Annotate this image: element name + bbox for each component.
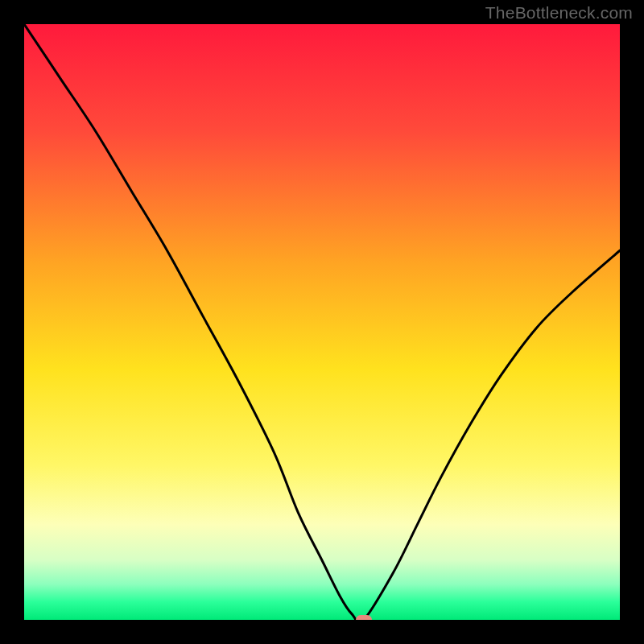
optimal-point-marker <box>356 615 372 620</box>
chart-frame: TheBottleneck.com <box>0 0 644 644</box>
watermark-text: TheBottleneck.com <box>485 3 633 23</box>
plot-area <box>24 24 620 620</box>
bottleneck-curve <box>24 24 620 620</box>
